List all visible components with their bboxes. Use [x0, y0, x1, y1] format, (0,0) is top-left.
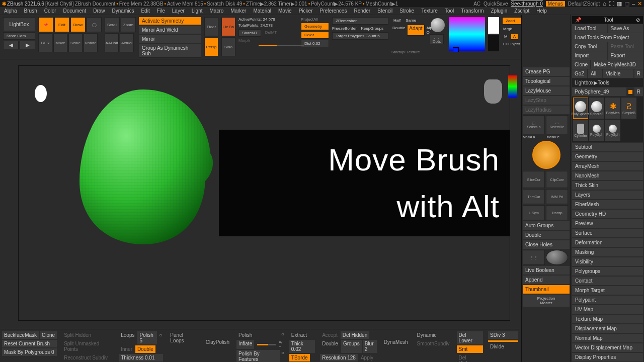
sec-preview[interactable]: Preview [572, 219, 643, 228]
dots-stroke[interactable]: ⋮⋮Dots [430, 34, 444, 44]
save-as[interactable]: Save As [608, 24, 643, 33]
polish[interactable]: Polish [236, 331, 254, 339]
mesh-object[interactable] [70, 85, 216, 246]
grid-icon[interactable]: ▦ [617, 1, 622, 7]
lsym[interactable]: L.Sym [523, 205, 545, 220]
paste-tool[interactable]: Paste Tool [608, 42, 643, 51]
import[interactable]: Import [572, 51, 607, 60]
fullscreen-icon[interactable]: ⬚ [624, 1, 629, 7]
default-script[interactable]: DefaultZScript [568, 1, 600, 7]
sec-displacement[interactable]: Displacement Map [572, 324, 643, 333]
move-button[interactable]: Move [53, 33, 67, 52]
color-button[interactable]: Color [301, 31, 329, 39]
selectre[interactable]: ▭SelectRe [546, 115, 568, 134]
sec-layers[interactable]: Layers [572, 191, 643, 199]
head-reference-icon[interactable] [484, 79, 502, 104]
color-swatch[interactable] [453, 47, 459, 52]
aahalf-button[interactable]: AAHalf [105, 33, 119, 52]
home-icon[interactable]: ⌂ [603, 1, 606, 7]
liveboolean[interactable]: Live Boolean [523, 266, 570, 275]
menu-document[interactable]: Document [63, 8, 87, 14]
lightbox-tools[interactable]: Lightbox▶Tools [572, 78, 643, 87]
a-button[interactable]: A [511, 33, 518, 40]
dist-slider[interactable]: Dist 0.02 [301, 40, 329, 47]
double-button[interactable]: Double [391, 25, 406, 36]
export[interactable]: Export [608, 51, 643, 60]
panel-loops[interactable]: Panel Loops [168, 331, 198, 344]
del-hidden[interactable]: Del Hidden [341, 331, 369, 339]
lilpai-button[interactable]: Lile Pai [221, 17, 235, 36]
m-button[interactable]: M [502, 33, 510, 40]
startup-texture[interactable]: Startup! Texture [391, 50, 427, 54]
lazymouse[interactable]: LazyMouse [523, 86, 570, 95]
bpr-button[interactable]: BPR [38, 33, 52, 52]
solo-button[interactable]: Solo [221, 37, 235, 56]
sec-vectordisp[interactable]: Vector Displacement Map [572, 343, 643, 352]
polish5[interactable]: Polish 5 [137, 331, 157, 344]
sec-normalmap[interactable]: Normal Map [572, 334, 643, 342]
clipcur[interactable]: ClipCurv [546, 171, 568, 188]
menu-zplugin[interactable]: Zplugin [491, 8, 508, 14]
smt[interactable]: Smt [457, 345, 483, 353]
tool-close-icon[interactable]: ⊘ [636, 17, 640, 23]
tool-pin-icon[interactable]: 📌 [575, 17, 581, 23]
goz[interactable]: GoZ [572, 69, 587, 78]
thumb-polysph2[interactable]: PolySph [605, 120, 620, 141]
lightbox-button[interactable]: LightBox [3, 17, 35, 31]
menu-preferences[interactable]: Preferences [319, 8, 347, 14]
mask-polygroups[interactable]: Mask By Polygroups 0 [2, 348, 57, 356]
zoom-button[interactable]: Zoom [121, 17, 136, 32]
pin-button[interactable]: 📌 [38, 17, 53, 32]
polish-features[interactable]: Polish By Features [236, 350, 280, 362]
sec-polygroups[interactable]: Polygroups [572, 267, 643, 276]
menu-tool[interactable]: Tool [445, 8, 454, 14]
geometry-button[interactable]: Geometry [301, 23, 329, 30]
tborde[interactable]: TBorde [289, 354, 310, 361]
menu-transform[interactable]: Transform [461, 8, 484, 14]
extract[interactable]: Extract [289, 331, 315, 339]
xpose-button[interactable]: ⋮⋮ [523, 250, 545, 265]
rpanel-double[interactable]: Double [523, 231, 570, 239]
brush-circle-icon[interactable] [532, 141, 560, 169]
menu-layer[interactable]: Layer [172, 8, 185, 14]
immpri[interactable]: IMM Pri [546, 189, 568, 204]
sec-visibility[interactable]: Visibility [572, 257, 643, 266]
dynamic[interactable]: Dynamic [415, 331, 452, 339]
all[interactable]: All [588, 69, 602, 78]
backfacemask[interactable]: BackfaceMask [2, 331, 39, 339]
half-button[interactable]: Half [391, 17, 403, 24]
mirror-weld[interactable]: Mirror And Weld [139, 26, 201, 34]
axis-gizmo-icon[interactable] [508, 75, 517, 98]
sec-fibermesh[interactable]: FiberMesh [572, 200, 643, 209]
thick[interactable]: Thick 0.02 [289, 340, 315, 353]
groups[interactable]: Groups [341, 340, 362, 353]
split-hidden[interactable]: Split Hidden [62, 331, 114, 339]
sec-nanomesh[interactable]: NanoMesh [572, 171, 643, 180]
transp[interactable]: Transp [546, 205, 568, 220]
copy-tool[interactable]: Copy Tool [572, 42, 607, 51]
r-button[interactable]: R [634, 69, 643, 78]
blur[interactable]: Blur 2 [363, 340, 377, 353]
thumb-polysphere[interactable]: PolySphere [573, 98, 588, 119]
inflate[interactable]: Inflate [236, 340, 254, 349]
sec-deformation[interactable]: Deformation [572, 238, 643, 247]
menu-alpha[interactable]: Alpha [4, 8, 17, 14]
white-swatch[interactable] [488, 17, 499, 34]
slicecur[interactable]: SliceCur [523, 171, 545, 188]
sec-geometryhd[interactable]: Geometry HD [572, 210, 643, 218]
menu-brush[interactable]: Brush [24, 8, 37, 14]
sec-thickskin[interactable]: Thick Skin [572, 181, 643, 190]
loops[interactable]: Loops [119, 331, 136, 344]
persp-button[interactable]: Persp [204, 37, 218, 56]
double-lbl[interactable]: Double [320, 340, 340, 353]
menu-color[interactable]: Color [44, 8, 56, 14]
storecam-button[interactable]: Store Cam [3, 32, 35, 40]
close-icon[interactable]: ✕ [637, 1, 642, 7]
append[interactable]: Append [523, 276, 570, 284]
menus-button[interactable]: Menus [546, 1, 565, 7]
dynamesh[interactable]: DynaMesh [382, 338, 410, 346]
lazystep[interactable]: LazyStep [523, 96, 570, 105]
sec-geometry[interactable]: Geometry [572, 152, 643, 161]
autogroups[interactable]: Auto Groups [523, 221, 570, 230]
freezeborder[interactable]: FreezeBorder [332, 26, 357, 31]
